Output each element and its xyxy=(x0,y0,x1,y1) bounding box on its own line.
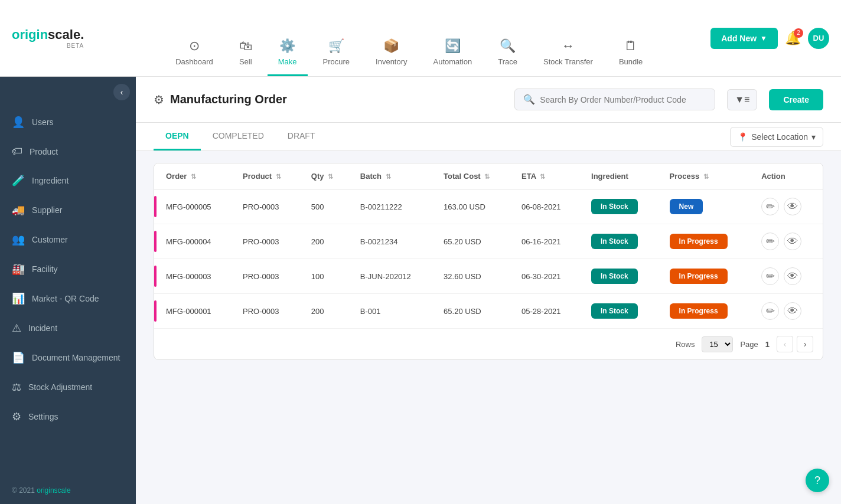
logo-text: originscale. xyxy=(12,27,84,42)
filter-button[interactable]: ▼≡ xyxy=(727,89,757,110)
table-row: MFG-000003 PRO-0003 100 B-JUN-202012 32.… xyxy=(154,259,823,294)
add-new-button[interactable]: Add New ▼ xyxy=(710,28,778,49)
col-order: Order ⇅ xyxy=(157,163,233,189)
cell-eta-3: 05-28-2021 xyxy=(512,294,582,329)
sidebar-item-users[interactable]: 👤 Users xyxy=(0,107,136,137)
avatar[interactable]: DU xyxy=(808,28,829,49)
nav-item-automation[interactable]: 🔄 Automation xyxy=(423,0,483,76)
nav-item-bundle[interactable]: 🗒 Bundle xyxy=(608,0,653,76)
help-button[interactable]: ? xyxy=(806,469,829,492)
document-icon: 📄 xyxy=(12,351,25,364)
cell-ingredient-0: In Stock xyxy=(582,189,660,224)
tabs: OEPN COMPLETED DRAFT xyxy=(154,123,327,150)
sidebar-item-market-qr[interactable]: 📊 Market - QR Code xyxy=(0,284,136,313)
edit-button-0[interactable]: ✏ xyxy=(761,198,779,215)
add-new-label: Add New xyxy=(721,34,757,43)
cell-cost-2: 32.60 USD xyxy=(434,259,512,294)
cell-qty-3: 200 xyxy=(302,294,351,329)
table-footer: Rows 15 25 50 Page 1 ‹ › xyxy=(154,328,823,359)
sort-order-icon[interactable]: ⇅ xyxy=(191,173,196,180)
nav-item-make[interactable]: ⚙️ Make xyxy=(268,0,308,76)
cell-qty-0: 500 xyxy=(302,189,351,224)
nav-item-stock-transfer[interactable]: ↔ Stock Transfer xyxy=(533,0,604,76)
create-button[interactable]: Create xyxy=(769,89,823,110)
prev-page-button[interactable]: ‹ xyxy=(777,336,793,352)
sidebar-item-stock-adjustment[interactable]: ⚖ Stock Adjustment xyxy=(0,372,136,402)
table-row: MFG-000005 PRO-0003 500 B-00211222 163.0… xyxy=(154,189,823,224)
process-status-1[interactable]: In Progress xyxy=(670,234,728,249)
notification-button[interactable]: 🔔 2 xyxy=(785,31,801,46)
edit-button-2[interactable]: ✏ xyxy=(761,267,779,285)
select-location-dropdown[interactable]: 📍 Select Location ▾ xyxy=(730,127,823,147)
notification-badge: 2 xyxy=(794,28,803,38)
search-bar: 🔍 xyxy=(514,89,715,110)
sidebar-collapse-button[interactable]: ‹ xyxy=(113,84,130,100)
sort-process-icon[interactable]: ⇅ xyxy=(703,173,709,180)
nav-item-trace[interactable]: 🔍 Trace xyxy=(487,0,528,76)
sidebar-label-customer: Customer xyxy=(32,235,68,244)
cell-eta-0: 06-08-2021 xyxy=(512,189,582,224)
nav-item-sell[interactable]: 🛍 Sell xyxy=(229,0,263,76)
search-input[interactable] xyxy=(540,95,706,104)
content-area: ⚙ Manufacturing Order 🔍 ▼≡ Create OEPN C… xyxy=(136,77,841,504)
edit-button-1[interactable]: ✏ xyxy=(761,233,779,250)
sort-cost-icon[interactable]: ⇅ xyxy=(484,173,490,180)
process-status-3[interactable]: In Progress xyxy=(670,303,728,319)
bundle-icon: 🗒 xyxy=(624,38,637,54)
cell-process-1: In Progress xyxy=(660,224,752,259)
users-icon: 👤 xyxy=(12,116,25,129)
sort-eta-icon[interactable]: ⇅ xyxy=(540,173,545,180)
top-navigation: originscale. BETA ⊙ Dashboard 🛍 Sell ⚙️ … xyxy=(0,0,841,77)
sidebar-item-supplier[interactable]: 🚚 Supplier xyxy=(0,195,136,225)
process-status-2[interactable]: In Progress xyxy=(670,269,728,284)
nav-item-inventory[interactable]: 📦 Inventory xyxy=(365,0,418,76)
sidebar-item-incident[interactable]: ⚠ Incident xyxy=(0,313,136,343)
supplier-icon: 🚚 xyxy=(12,204,25,217)
sidebar-item-customer[interactable]: 👥 Customer xyxy=(0,225,136,254)
cell-process-2: In Progress xyxy=(660,259,752,294)
filter-icon: ▼≡ xyxy=(735,94,749,104)
cell-action-1: ✏ 👁 xyxy=(752,224,823,259)
ingredient-status-1[interactable]: In Stock xyxy=(591,234,638,249)
view-button-0[interactable]: 👁 xyxy=(784,198,801,215)
main-layout: ‹ 👤 Users 🏷 Product 🧪 Ingredient 🚚 Suppl… xyxy=(0,77,841,504)
view-button-3[interactable]: 👁 xyxy=(784,302,801,320)
footer-link[interactable]: originscale xyxy=(37,486,70,495)
sidebar-item-facility[interactable]: 🏭 Facility xyxy=(0,254,136,284)
process-status-0[interactable]: New xyxy=(670,199,703,214)
sidebar-label-settings: Settings xyxy=(28,412,58,421)
footer-copyright: © 2021 xyxy=(12,486,35,495)
col-eta: ETA ⇅ xyxy=(512,163,582,189)
nav-item-dashboard[interactable]: ⊙ Dashboard xyxy=(165,0,224,76)
sidebar-item-document-management[interactable]: 📄 Document Management xyxy=(0,343,136,372)
edit-button-3[interactable]: ✏ xyxy=(761,302,779,320)
tab-draft[interactable]: DRAFT xyxy=(276,123,327,150)
sort-qty-icon[interactable]: ⇅ xyxy=(328,173,333,180)
cell-product-2: PRO-0003 xyxy=(233,259,302,294)
ingredient-status-3[interactable]: In Stock xyxy=(591,303,638,319)
cell-batch-3: B-001 xyxy=(351,294,434,329)
sidebar-label-product: Product xyxy=(30,147,58,156)
sidebar-item-product[interactable]: 🏷 Product xyxy=(0,137,136,166)
app-logo[interactable]: originscale. BETA xyxy=(12,27,84,49)
sidebar-label-users: Users xyxy=(32,117,54,127)
ingredient-status-2[interactable]: In Stock xyxy=(591,269,638,284)
nav-label-automation: Automation xyxy=(433,57,472,66)
cell-ingredient-1: In Stock xyxy=(582,224,660,259)
sidebar-item-ingredient[interactable]: 🧪 Ingredient xyxy=(0,166,136,195)
next-page-button[interactable]: › xyxy=(797,336,813,352)
orders-table: Order ⇅ Product ⇅ Qty ⇅ Batch xyxy=(154,163,823,328)
sidebar-item-settings[interactable]: ⚙ Settings xyxy=(0,402,136,431)
sidebar-label-ingredient: Ingredient xyxy=(32,176,69,185)
rows-per-page-select[interactable]: 15 25 50 xyxy=(702,336,733,352)
sort-product-icon[interactable]: ⇅ xyxy=(276,173,281,180)
tab-completed[interactable]: COMPLETED xyxy=(201,123,276,150)
tab-oepn[interactable]: OEPN xyxy=(154,123,201,150)
nav-label-trace: Trace xyxy=(498,57,517,66)
nav-item-procure[interactable]: 🛒 Procure xyxy=(312,0,361,76)
ingredient-status-0[interactable]: In Stock xyxy=(591,199,638,214)
cell-product-1: PRO-0003 xyxy=(233,224,302,259)
view-button-2[interactable]: 👁 xyxy=(784,267,801,285)
sort-batch-icon[interactable]: ⇅ xyxy=(386,173,391,180)
view-button-1[interactable]: 👁 xyxy=(784,233,801,250)
